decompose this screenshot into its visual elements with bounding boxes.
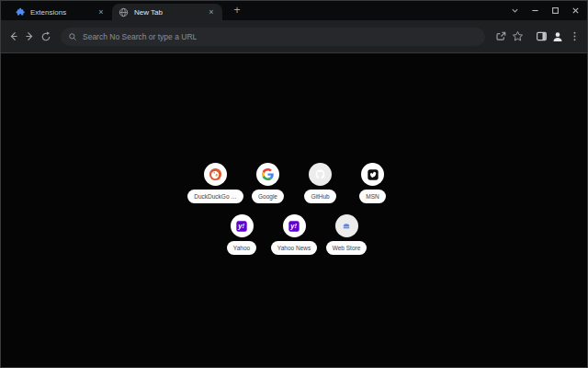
new-tab-button[interactable]: + — [230, 4, 244, 18]
profile-avatar-icon[interactable] — [549, 29, 566, 45]
google-favicon — [256, 163, 279, 186]
tab-close-icon[interactable]: × — [206, 6, 217, 17]
shortcut-label: Yahoo News — [271, 241, 317, 255]
shortcut-row-1: DuckDuckGo … Google — [189, 163, 399, 203]
browser-window: Extensions × New Tab × + — [0, 0, 588, 368]
shortcut-yahoo-news[interactable]: y! Yahoo News — [268, 214, 321, 255]
shortcut-duckduckgo[interactable]: DuckDuckGo … — [189, 163, 242, 203]
reload-button[interactable] — [38, 29, 54, 45]
window-controls — [504, 1, 585, 20]
puzzle-icon — [15, 7, 25, 17]
toolbar-right-icons — [492, 29, 582, 45]
shortcut-label: MSN — [359, 190, 385, 203]
shortcut-yahoo[interactable]: y! Yahoo — [216, 214, 268, 255]
shortcut-github[interactable]: GitHub — [294, 163, 346, 203]
yahoo-news-favicon: y! — [283, 214, 306, 237]
shortcut-google[interactable]: Google — [242, 163, 294, 203]
tab-extensions[interactable]: Extensions × — [8, 4, 112, 20]
shortcut-label: GitHub — [304, 190, 335, 203]
share-icon[interactable] — [492, 29, 509, 45]
shortcut-row-2: y! Yahoo y! Yahoo News — [216, 214, 373, 255]
tab-close-icon[interactable]: × — [96, 6, 107, 17]
shortcut-label: DuckDuckGo … — [187, 190, 243, 203]
duckduckgo-favicon — [204, 163, 227, 186]
msn-favicon — [361, 163, 384, 186]
svg-text:y!: y! — [289, 222, 297, 230]
github-favicon — [309, 163, 332, 186]
omnibox[interactable]: Search No Search or type a URL — [61, 28, 485, 46]
side-panel-icon[interactable] — [533, 29, 549, 45]
maximize-button[interactable] — [545, 1, 565, 20]
tab-strip: Extensions × New Tab × + — [1, 1, 587, 20]
minimize-button[interactable] — [525, 1, 545, 20]
forward-button[interactable] — [21, 29, 38, 45]
tab-label: Extensions — [30, 8, 92, 17]
shortcut-label: Yahoo — [227, 241, 256, 255]
tab-search-chevron-icon[interactable] — [504, 1, 525, 20]
shortcut-grid: DuckDuckGo … Google — [1, 163, 587, 255]
yahoo-favicon: y! — [231, 214, 254, 237]
kebab-menu-icon[interactable] — [566, 29, 582, 45]
new-tab-page: DuckDuckGo … Google — [1, 53, 587, 367]
close-window-button[interactable] — [565, 1, 585, 20]
omnibox-placeholder: Search No Search or type a URL — [83, 32, 197, 41]
shortcut-web-store[interactable]: Web Store — [321, 214, 373, 255]
shortcut-msn[interactable]: MSN — [346, 163, 399, 203]
globe-icon — [119, 7, 129, 17]
shortcut-label: Google — [252, 190, 284, 203]
shortcut-label: Web Store — [326, 241, 368, 255]
search-icon — [68, 32, 77, 41]
tab-label: New Tab — [134, 8, 202, 17]
tab-new-tab[interactable]: New Tab × — [112, 4, 222, 20]
back-button[interactable] — [5, 29, 21, 45]
bookmark-star-icon[interactable] — [509, 29, 526, 45]
web-store-favicon — [335, 214, 358, 237]
toolbar: Search No Search or type a URL — [1, 20, 587, 53]
svg-text:y!: y! — [237, 222, 244, 230]
